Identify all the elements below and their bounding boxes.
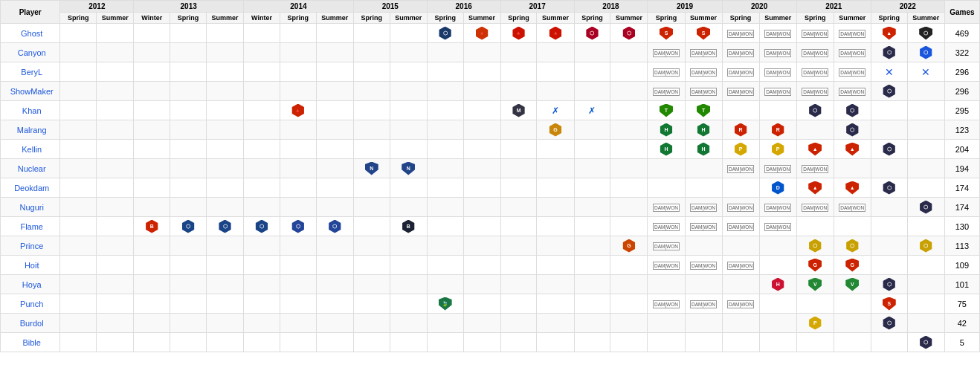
season-cell xyxy=(685,333,722,352)
season-cell xyxy=(244,178,280,198)
season-cell xyxy=(60,314,97,333)
season-cell: ⬡ xyxy=(834,236,871,256)
season-cell xyxy=(244,43,280,62)
season-cell: DAM|WON xyxy=(796,159,834,178)
season-cell xyxy=(427,101,463,120)
season-cell xyxy=(648,159,685,178)
season-cell xyxy=(97,333,134,352)
season-cell: H xyxy=(759,275,796,294)
season-cell xyxy=(244,24,280,43)
season-cell xyxy=(60,294,97,314)
season-cell: ✗ xyxy=(537,101,574,120)
season-cell xyxy=(610,159,648,178)
season-cell xyxy=(390,178,427,198)
season-cell xyxy=(134,294,170,314)
season-2021-summer: Summer xyxy=(834,13,871,24)
year-2012: 2012 xyxy=(60,1,134,13)
player-name-flame[interactable]: Flame xyxy=(17,222,43,231)
season-cell xyxy=(871,120,907,140)
games-count: 296 xyxy=(944,82,979,101)
season-cell xyxy=(60,43,97,62)
player-name-prince[interactable]: Prince xyxy=(17,242,43,250)
season-cell xyxy=(574,256,610,275)
season-cell: ⬡ xyxy=(280,217,316,236)
season-cell xyxy=(796,120,834,140)
season-cell xyxy=(390,120,427,140)
season-cell xyxy=(537,236,574,256)
season-cell xyxy=(353,140,390,159)
season-cell xyxy=(427,333,463,352)
season-cell xyxy=(353,314,390,333)
season-cell xyxy=(353,178,390,198)
season-cell: ⬡ xyxy=(427,24,463,43)
player-name-deokdam[interactable]: Deokdam xyxy=(11,184,49,192)
season-cell xyxy=(463,43,500,62)
season-cell: ⬡ xyxy=(610,24,648,43)
season-cell xyxy=(170,140,207,159)
season-2020-spring: Spring xyxy=(722,13,759,24)
season-cell xyxy=(170,198,207,217)
season-cell xyxy=(390,43,427,62)
season-cell xyxy=(134,62,170,82)
season-cell xyxy=(280,140,316,159)
player-name-burdol[interactable]: Burdol xyxy=(17,319,44,328)
player-name-bible[interactable]: Bible xyxy=(19,338,40,347)
season-cell xyxy=(134,236,170,256)
season-cell xyxy=(170,24,207,43)
player-name-punch[interactable]: Punch xyxy=(17,300,43,308)
player-name-canyon[interactable]: Canyon xyxy=(15,48,46,57)
player-name-hoit[interactable]: Hoit xyxy=(22,261,39,270)
season-2015-spring: Spring xyxy=(353,13,390,24)
games-count: 296 xyxy=(944,62,979,82)
season-cell xyxy=(353,24,390,43)
season-cell xyxy=(170,82,207,101)
player-name-hoya[interactable]: Hoya xyxy=(19,280,42,289)
season-cell xyxy=(759,256,796,275)
season-cell xyxy=(316,62,353,82)
season-cell xyxy=(463,256,500,275)
season-cell xyxy=(134,314,170,333)
season-cell xyxy=(280,120,316,140)
season-cell xyxy=(537,159,574,178)
player-name-showmaker[interactable]: ShowMaker xyxy=(7,87,54,96)
season-cell xyxy=(134,120,170,140)
season-2017-summer: Summer xyxy=(537,13,574,24)
season-cell: DAM|WON xyxy=(796,43,834,62)
player-name-beryl[interactable]: BeryL xyxy=(18,68,42,77)
season-cell xyxy=(353,333,390,352)
season-cell xyxy=(722,275,759,294)
season-cell xyxy=(574,236,610,256)
player-name-nuclear[interactable]: Nuclear xyxy=(15,164,46,173)
year-2016: 2016 xyxy=(427,1,500,13)
season-cell xyxy=(60,120,97,140)
games-count: 322 xyxy=(944,43,979,62)
season-cell xyxy=(97,217,134,236)
season-cell xyxy=(207,333,244,352)
season-cell: R xyxy=(759,120,796,140)
games-count: 295 xyxy=(944,101,979,120)
season-cell xyxy=(207,275,244,294)
season-cell xyxy=(316,236,353,256)
season-cell xyxy=(280,43,316,62)
season-cell xyxy=(722,333,759,352)
season-cell xyxy=(316,198,353,217)
season-cell xyxy=(463,120,500,140)
season-cell: H xyxy=(648,140,685,159)
season-cell xyxy=(907,159,944,178)
player-name-nuguri[interactable]: Nuguri xyxy=(16,203,43,212)
season-cell: 🍃 xyxy=(427,294,463,314)
season-cell: ✕ xyxy=(871,62,907,82)
player-name-malrang[interactable]: Malrang xyxy=(14,126,47,135)
player-name-khan[interactable]: Khan xyxy=(19,106,42,115)
season-cell xyxy=(834,217,871,236)
season-cell xyxy=(390,198,427,217)
season-cell: G xyxy=(796,256,834,275)
player-name-kellin[interactable]: Kellin xyxy=(19,145,42,154)
player-name-ghost[interactable]: Ghost xyxy=(18,29,42,38)
season-cell: DAM|WON xyxy=(648,256,685,275)
season-cell xyxy=(353,101,390,120)
season-cell xyxy=(759,101,796,120)
season-cell xyxy=(390,294,427,314)
season-cell: ⬡ xyxy=(871,140,907,159)
season-cell xyxy=(610,178,648,198)
